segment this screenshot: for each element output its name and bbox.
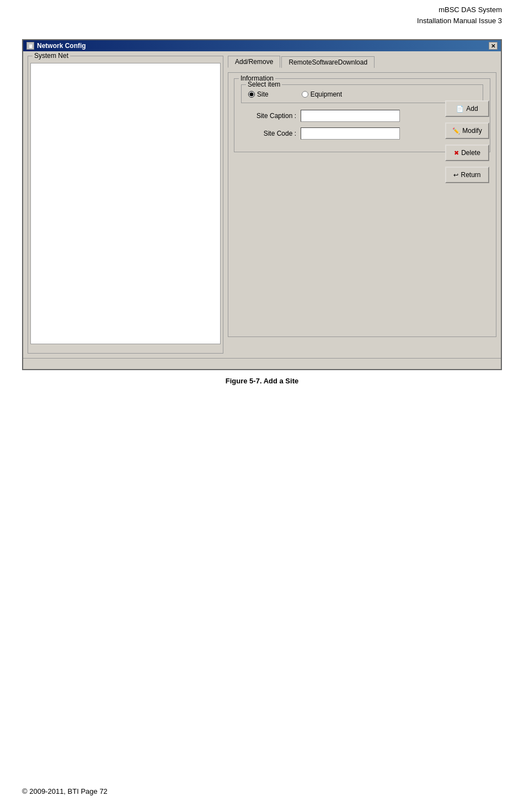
system-net-panel: System Net <box>28 56 223 354</box>
dialog-title: Network Config <box>37 42 86 50</box>
dialog-window: 🖥 Network Config ✕ System Net Add/Remove… <box>22 39 502 370</box>
radio-site-input[interactable] <box>248 91 255 98</box>
right-panel: Add/Remove RemoteSoftwareDownload Inform… <box>228 56 496 354</box>
button-panel: 📄 Add ✏️ Modify ✖ Delete ↩ <box>445 100 489 183</box>
page-footer: © 2009-2011, BTI Page 72 <box>22 787 108 795</box>
system-net-label: System Net <box>33 52 70 60</box>
tab-add-remove[interactable]: Add/Remove <box>228 56 280 68</box>
header-line2: Installation Manual Issue 3 <box>0 15 502 26</box>
tab-bar: Add/Remove RemoteSoftwareDownload <box>228 56 496 68</box>
add-icon: 📄 <box>456 105 464 113</box>
dialog-status-bar <box>23 358 501 369</box>
site-caption-label: Site Caption : <box>241 112 296 120</box>
radio-site-label[interactable]: Site <box>248 90 269 98</box>
return-button-label: Return <box>461 171 480 179</box>
modify-button[interactable]: ✏️ Modify <box>445 122 489 139</box>
dialog-body: System Net Add/Remove RemoteSoftwareDown… <box>23 51 501 358</box>
delete-button[interactable]: ✖ Delete <box>445 145 489 161</box>
site-code-label: Site Code : <box>241 130 296 137</box>
radio-row: Site Equipment <box>248 88 476 98</box>
figure-caption: Figure 5-7. Add a Site <box>22 377 502 385</box>
radio-equipment-label[interactable]: Equipment <box>302 90 342 98</box>
tab-content-area: Information Select item Site <box>228 72 496 337</box>
modify-icon: ✏️ <box>452 127 460 135</box>
close-button[interactable]: ✕ <box>489 42 498 50</box>
select-item-label: Select item <box>246 81 282 88</box>
tab-remote-software[interactable]: RemoteSoftwareDownload <box>281 56 375 68</box>
site-caption-input[interactable] <box>301 110 400 122</box>
delete-icon: ✖ <box>454 149 459 157</box>
return-button[interactable]: ↩ Return <box>445 167 489 183</box>
radio-site-text: Site <box>257 90 269 98</box>
modify-button-label: Modify <box>462 127 482 135</box>
title-bar-left: 🖥 Network Config <box>26 42 86 50</box>
header-line1: mBSC DAS System <box>0 4 502 15</box>
system-net-tree[interactable] <box>30 63 221 344</box>
add-button[interactable]: 📄 Add <box>445 100 489 117</box>
radio-equipment-input[interactable] <box>302 91 308 98</box>
page-header: mBSC DAS System Installation Manual Issu… <box>0 0 524 28</box>
delete-button-label: Delete <box>461 149 480 157</box>
page-content: 🖥 Network Config ✕ System Net Add/Remove… <box>0 28 524 396</box>
dialog-icon: 🖥 <box>26 42 34 50</box>
add-button-label: Add <box>466 105 478 113</box>
return-icon: ↩ <box>453 172 458 179</box>
site-code-input[interactable] <box>301 127 400 140</box>
title-bar: 🖥 Network Config ✕ <box>23 40 501 51</box>
radio-equipment-text: Equipment <box>311 90 342 98</box>
